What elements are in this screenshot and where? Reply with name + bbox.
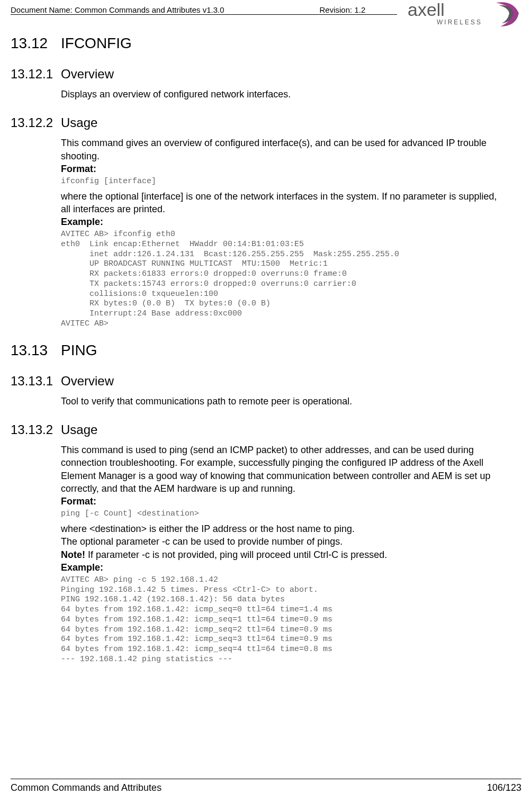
format-code: ping [-c Count] <destination> (61, 509, 506, 519)
revision: Revision: 1.2 (320, 5, 366, 14)
overview-body-ping: Tool to verify that communications path … (61, 395, 506, 408)
axell-logo: axell WIRELESS (408, 0, 521, 32)
usage-intro: This command is used to ping (send an IC… (61, 444, 506, 495)
footer-rule (11, 779, 521, 779)
subsection-number: 13.12.1 (11, 67, 61, 82)
example-label: Example: (61, 562, 506, 573)
logo-text-axell: axell (408, 0, 445, 20)
usage-body-ifconfig: This command gives an overview of config… (61, 137, 506, 329)
subsection-title: Usage (61, 115, 97, 130)
example-code: AVITEC AB> ping -c 5 192.168.1.42 Pingin… (61, 575, 506, 665)
overview-text: Displays an overview of configured netwo… (61, 88, 506, 101)
page-header: Document Name: Common Commands and Attri… (0, 0, 532, 14)
example-code: AVITEC AB> ifconfig eth0 eth0 Link encap… (61, 230, 506, 329)
section-title: IFCONFIG (61, 35, 132, 52)
format-code: ifconfig [interface] (61, 177, 506, 187)
doc-name: Document Name: Common Commands and Attri… (11, 5, 224, 14)
subsection-number: 13.13.2 (11, 422, 61, 437)
page-footer: Common Commands and Attributes 106/123 (0, 779, 532, 793)
usage-body-ping: This command is used to ping (send an IC… (61, 444, 506, 665)
subsection-13-13-2: 13.13.2 Usage (11, 422, 521, 437)
section-title: PING (61, 342, 97, 359)
header-text-row: Document Name: Common Commands and Attri… (11, 4, 365, 14)
subsection-title: Overview (61, 374, 114, 389)
subsection-title: Overview (61, 67, 114, 82)
logo-text-wireless: WIRELESS (437, 19, 482, 26)
usage-intro: This command gives an overview of config… (61, 137, 506, 163)
section-number: 13.12 (11, 35, 61, 52)
subsection-13-12-1: 13.12.1 Overview (11, 67, 521, 82)
note-text: If parameter -c is not provided, ping wi… (85, 549, 387, 560)
section-13-12: 13.12 IFCONFIG (11, 35, 521, 52)
page-content: 13.12 IFCONFIG 13.12.1 Overview Displays… (0, 15, 532, 665)
footer-row: Common Commands and Attributes 106/123 (11, 782, 521, 793)
format-label: Format: (61, 164, 506, 175)
overview-text: Tool to verify that communications path … (61, 395, 506, 408)
section-number: 13.13 (11, 342, 61, 359)
subsection-13-12-2: 13.12.2 Usage (11, 115, 521, 130)
format-label: Format: (61, 496, 506, 507)
subsection-number: 13.12.2 (11, 115, 61, 130)
example-label: Example: (61, 216, 506, 228)
subsection-title: Usage (61, 422, 97, 437)
note-bold: Note! (61, 549, 85, 560)
subsection-13-13-1: 13.13.1 Overview (11, 374, 521, 389)
footer-title: Common Commands and Attributes (11, 782, 161, 793)
where-text-1: where <destination> is either the IP add… (61, 522, 506, 535)
subsection-number: 13.13.1 (11, 374, 61, 389)
section-13-13: 13.13 PING (11, 342, 521, 359)
overview-body: Displays an overview of configured netwo… (61, 88, 506, 101)
logo-swoosh-icon (496, 2, 519, 26)
where-text-2: The optional parameter -c can be used to… (61, 535, 506, 548)
where-text: where the optional [interface] is one of… (61, 190, 506, 216)
note-line: Note! If parameter -c is not provided, p… (61, 548, 506, 561)
footer-pagenum: 106/123 (487, 782, 521, 793)
